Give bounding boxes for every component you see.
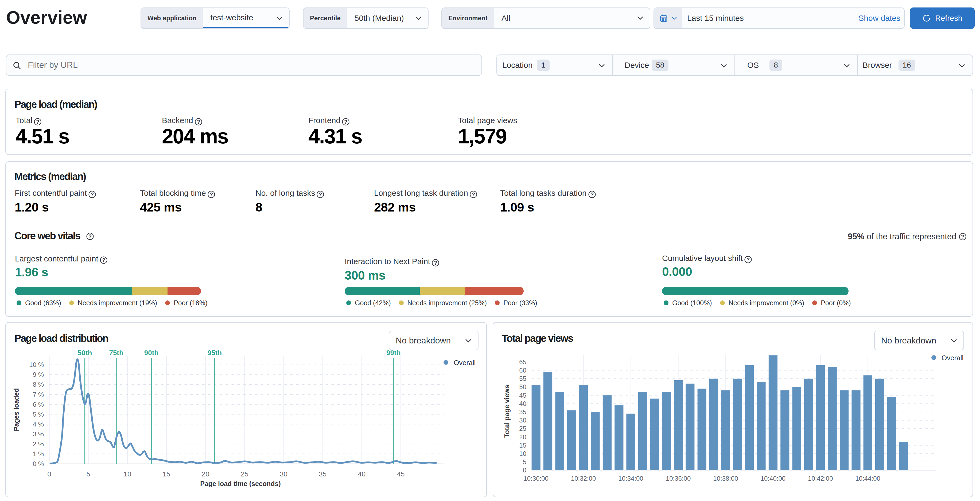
svg-text:6 %: 6 % [33, 401, 44, 408]
svg-text:95th: 95th [208, 349, 222, 357]
svg-text:?: ? [102, 257, 105, 263]
svg-text:7 %: 7 % [33, 391, 44, 398]
svg-text:10:42:00: 10:42:00 [808, 475, 833, 482]
svg-text:?: ? [319, 191, 322, 197]
svg-text:Pages loaded: Pages loaded [13, 388, 20, 431]
svg-text:?: ? [961, 234, 964, 240]
svg-text:15: 15 [163, 470, 170, 478]
svg-text:10: 10 [519, 450, 527, 457]
svg-text:20: 20 [202, 470, 210, 478]
svg-text:30: 30 [280, 470, 288, 478]
svg-text:99th: 99th [387, 349, 401, 357]
svg-text:30: 30 [519, 417, 527, 424]
svg-text:5 %: 5 % [33, 411, 44, 418]
svg-text:10:44:00: 10:44:00 [855, 475, 880, 482]
svg-text:10:34:00: 10:34:00 [618, 475, 643, 482]
svg-text:15: 15 [519, 442, 527, 449]
svg-text:75th: 75th [109, 349, 123, 357]
svg-text:Total page views: Total page views [503, 385, 511, 438]
svg-text:10: 10 [124, 470, 132, 478]
svg-text:2 %: 2 % [33, 441, 44, 448]
svg-text:5: 5 [523, 458, 527, 466]
svg-text:10:32:00: 10:32:00 [571, 475, 596, 482]
svg-text:35: 35 [519, 408, 527, 415]
svg-text:Page load time (seconds): Page load time (seconds) [200, 480, 280, 487]
svg-text:10:36:00: 10:36:00 [666, 475, 690, 482]
svg-text:?: ? [472, 191, 475, 197]
svg-text:45: 45 [519, 392, 527, 399]
svg-text:?: ? [590, 191, 593, 197]
svg-text:40: 40 [358, 470, 366, 478]
svg-text:10:38:00: 10:38:00 [713, 475, 738, 482]
svg-text:1 %: 1 % [33, 450, 44, 458]
svg-text:50th: 50th [78, 349, 92, 357]
svg-text:0 %: 0 % [33, 460, 44, 468]
svg-text:55: 55 [519, 375, 527, 382]
svg-text:50: 50 [519, 383, 527, 390]
svg-text:10:40:00: 10:40:00 [760, 475, 786, 482]
svg-text:9 %: 9 % [33, 371, 44, 378]
svg-text:?: ? [210, 191, 213, 197]
svg-text:?: ? [91, 191, 94, 197]
svg-text:25: 25 [519, 425, 527, 432]
svg-text:5: 5 [87, 470, 90, 478]
svg-text:20: 20 [519, 433, 527, 441]
svg-text:?: ? [344, 119, 347, 125]
svg-text:35: 35 [319, 470, 326, 478]
svg-text:3 %: 3 % [33, 431, 44, 438]
svg-text:?: ? [36, 119, 39, 125]
svg-text:60: 60 [519, 367, 527, 374]
svg-text:45: 45 [397, 470, 405, 478]
svg-text:?: ? [434, 260, 437, 266]
svg-text:40: 40 [519, 400, 527, 407]
svg-text:0: 0 [523, 466, 527, 474]
svg-text:?: ? [88, 234, 92, 239]
svg-text:10:30:00: 10:30:00 [523, 475, 548, 482]
svg-text:4 %: 4 % [33, 421, 44, 428]
svg-text:?: ? [746, 257, 750, 262]
svg-text:10 %: 10 % [29, 361, 44, 368]
svg-text:90th: 90th [144, 349, 158, 357]
svg-text:0: 0 [47, 470, 51, 478]
svg-text:65: 65 [519, 358, 527, 366]
svg-text:8 %: 8 % [33, 381, 44, 388]
svg-text:25: 25 [241, 470, 248, 478]
svg-text:?: ? [197, 119, 200, 125]
